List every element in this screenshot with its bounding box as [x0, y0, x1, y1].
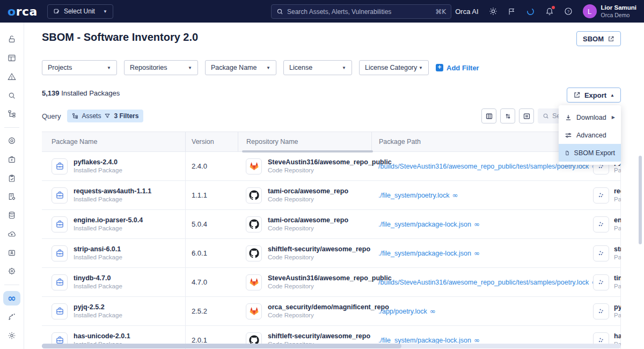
sidebar-item-lock[interactable]: [3, 32, 20, 47]
sort-button[interactable]: [500, 108, 515, 123]
select-unit-dropdown[interactable]: Select Unit ▼: [47, 4, 113, 19]
package-path-link[interactable]: ./app/poetry.lock: [378, 308, 427, 315]
repository-name[interactable]: shiftleft-security/awesome_repo: [268, 245, 370, 254]
package-name[interactable]: strip-ansi-6.0.1: [74, 245, 122, 254]
table-row[interactable]: pyflakes-2.4.0 Installed Package 2.4.0 S…: [42, 152, 620, 181]
brightness-icon: [489, 7, 497, 16]
entity-package-name[interactable]: engine.io-parser-5.0.4: [614, 216, 621, 225]
brightness-toggle[interactable]: [489, 7, 497, 16]
user-menu[interactable]: L Lior Samuni Orca Demo: [583, 4, 636, 18]
sidebar-item-data[interactable]: [3, 208, 20, 223]
add-filter-button[interactable]: + Add Filter: [436, 64, 479, 72]
row-density-button[interactable]: [519, 108, 534, 123]
filter-license[interactable]: License▼: [283, 60, 352, 75]
global-search[interactable]: ⌘K: [271, 4, 451, 19]
package-path-link[interactable]: ./file_system/poetry.lock: [378, 192, 449, 199]
package-name[interactable]: has-unicode-2.0.1: [74, 332, 130, 341]
table-row[interactable]: strip-ansi-6.0.1 Installed Package 6.0.1…: [42, 239, 620, 268]
repository-name[interactable]: tami-orca/awesome_repo: [268, 187, 348, 196]
package-name[interactable]: requests-aws4auth-1.1.1: [74, 187, 151, 196]
sidebar-item-cloud[interactable]: [3, 227, 20, 242]
advanced-sliders-icon: [565, 132, 572, 139]
package-path-link[interactable]: ./file_system/package-lock.json: [378, 221, 471, 228]
sidebar-item-attack-path[interactable]: [3, 310, 20, 324]
package-entity-icon: [593, 245, 609, 261]
link-icon[interactable]: ∞: [474, 336, 480, 344]
package-type-label: Installed Package: [74, 166, 122, 174]
sidebar-item-shift-left[interactable]: ∞: [3, 291, 20, 306]
package-name[interactable]: tinydb-4.7.0: [74, 274, 122, 283]
package-path-link[interactable]: /builds/SteveAustin316/awesome_repo_publ…: [378, 163, 589, 170]
global-search-input[interactable]: [287, 8, 431, 16]
repository-name[interactable]: SteveAustin316/awesome_repo_public: [268, 158, 371, 167]
package-name[interactable]: engine.io-parser-5.0.4: [74, 216, 143, 225]
sidebar-item-kubernetes[interactable]: [3, 264, 20, 279]
table-row[interactable]: requests-aws4auth-1.1.1 Installed Packag…: [42, 181, 620, 210]
export-menu-sbom-export[interactable]: SBOM Export: [559, 144, 621, 162]
package-path-link[interactable]: /builds/SteveAustin316/awesome_repo_publ…: [378, 279, 589, 286]
sbom-link-button[interactable]: SBOM: [576, 31, 621, 46]
package-version: 5.0.4: [185, 210, 238, 238]
notification-badge: [552, 6, 555, 9]
repository-name[interactable]: shiftleft-security/awesome_repo: [268, 332, 370, 341]
sidebar-item-policies[interactable]: [3, 190, 20, 204]
filter-package-name[interactable]: Package Name▼: [205, 60, 276, 75]
entity-package-type: Package: [614, 195, 621, 203]
chevron-down-icon: ▼: [419, 66, 423, 70]
link-icon[interactable]: ∞: [474, 249, 480, 257]
horizontal-scrollbar[interactable]: [42, 344, 621, 348]
link-icon[interactable]: ∞: [452, 191, 458, 199]
sync-status-button[interactable]: [526, 7, 535, 16]
whats-new-flag-button[interactable]: [508, 8, 516, 16]
repository-name[interactable]: SteveAustin316/awesome_repo_public: [268, 274, 371, 283]
package-name[interactable]: pyflakes-2.4.0: [74, 158, 122, 167]
entity-package-name[interactable]: pyjq-2.5.2: [614, 303, 621, 312]
repository-name[interactable]: orca_security/demo/magnificent_repo: [268, 303, 371, 312]
export-menu-download[interactable]: Download ▶: [559, 108, 621, 126]
table-row[interactable]: tinydb-4.7.0 Installed Package 4.7.0 Ste…: [42, 268, 620, 297]
entity-package-name[interactable]: has-unicode-2.0.1: [614, 332, 621, 341]
sidebar-item-settings[interactable]: [3, 328, 20, 343]
column-header-package-path[interactable]: Package Path: [371, 132, 588, 151]
filter-projects[interactable]: Projects▼: [42, 60, 117, 75]
sidebar-item-compliance[interactable]: [3, 134, 20, 148]
package-path-link[interactable]: ./file_system/package-lock.json: [378, 250, 471, 257]
link-icon[interactable]: ∞: [474, 220, 480, 228]
entity-package-name[interactable]: strip-ansi-6.0.1: [614, 245, 621, 254]
entity-package-name[interactable]: requests-aws4auth-1.1.1: [614, 187, 621, 196]
table-row[interactable]: engine.io-parser-5.0.4 Installed Package…: [42, 210, 620, 239]
export-menu-advanced[interactable]: Advanced: [559, 126, 621, 144]
query-chip[interactable]: Assets 3 Filters: [67, 110, 143, 122]
column-header-package-name[interactable]: Package Name: [42, 132, 185, 151]
link-icon[interactable]: ∞: [430, 307, 436, 315]
helm-wheel-icon: [8, 267, 16, 275]
package-name[interactable]: pyjq-2.5.2: [74, 303, 122, 312]
package-entity-icon: [593, 274, 609, 290]
sidebar-item-inventory-graph[interactable]: [3, 107, 20, 121]
horizontal-scrollbar-thumb[interactable]: [42, 344, 401, 348]
github-icon: [246, 216, 262, 232]
sidebar-item-identity[interactable]: [3, 245, 20, 260]
header-scroll-thumb[interactable]: [242, 150, 373, 152]
column-header-version[interactable]: Version: [185, 132, 238, 151]
notifications-button[interactable]: [545, 7, 554, 16]
repository-name[interactable]: tami-orca/awesome_repo: [268, 216, 348, 225]
sidebar-item-tasks[interactable]: [3, 171, 20, 185]
filter-license-category[interactable]: License Category▼: [359, 60, 429, 75]
chevron-up-icon: ▲: [610, 93, 614, 98]
export-button[interactable]: Export ▲: [567, 88, 621, 103]
table-row[interactable]: pyjq-2.5.2 Installed Package 2.5.2 orca_…: [42, 297, 620, 326]
package-path-link[interactable]: ./file_system/package-lock.json: [378, 337, 471, 344]
help-button[interactable]: ?: [564, 7, 573, 16]
sidebar-item-dashboard[interactable]: [3, 51, 20, 66]
chevron-down-icon: ▼: [342, 66, 346, 70]
filter-repositories[interactable]: Repositories▼: [124, 60, 198, 75]
columns-button[interactable]: [481, 108, 496, 123]
vertical-scrollbar-thumb[interactable]: [639, 156, 642, 244]
column-header-repository-name[interactable]: Repository Name: [238, 132, 371, 151]
sidebar-item-search[interactable]: [3, 88, 20, 103]
assets-icon: [72, 113, 78, 119]
entity-package-name[interactable]: tinydb-4.7.0: [614, 274, 621, 283]
sidebar-item-cases[interactable]: [3, 152, 20, 166]
sidebar-item-alerts[interactable]: [3, 70, 20, 84]
